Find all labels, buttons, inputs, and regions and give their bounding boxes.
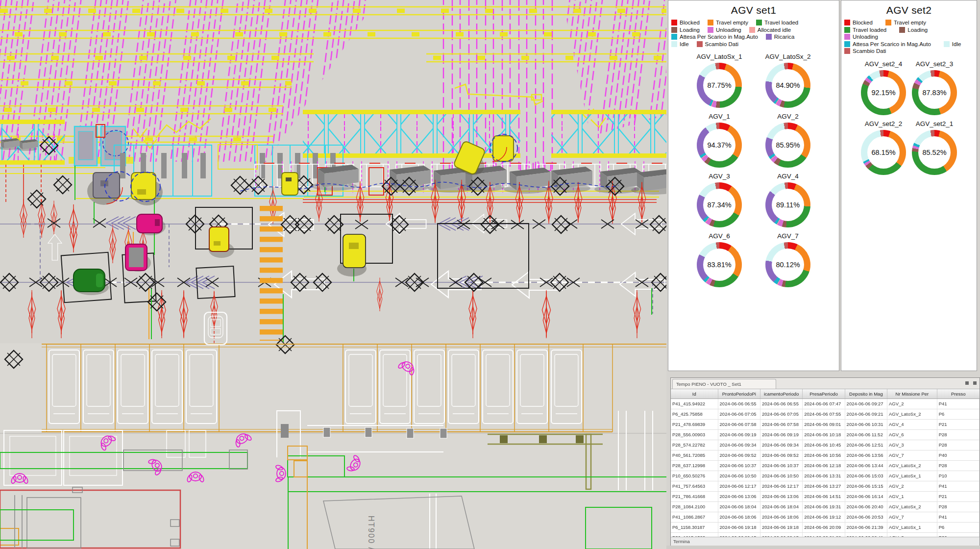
table-cell: P41 [937, 512, 980, 522]
table-column-header[interactable]: Nr Missione Per [887, 389, 937, 399]
table-cell: P28_574.22782 [671, 440, 718, 450]
donut-chart-AGV_set2_4: AGV_set2_492.15% [861, 60, 906, 115]
table-column-header[interactable]: Id [671, 389, 718, 399]
donut-ring: 83.81% [697, 242, 742, 287]
table-row[interactable]: P21_478.698392024-06-06 07:582024-06-06 … [671, 420, 980, 430]
table-row[interactable]: P28_637.129982024-06-06 10:372024-06-06 … [671, 461, 980, 471]
donut-grid-set2: AGV_set2_492.15%AGV_set2_387.83%AGV_set2… [841, 55, 977, 175]
donut-value-label: 87.34% [707, 201, 731, 209]
donut-hole: 68.15% [867, 136, 900, 169]
table-cell: P21 [937, 492, 980, 501]
donut-ring: 85.95% [765, 123, 810, 168]
table-column-header[interactable]: Presso [937, 389, 980, 399]
legend-swatch-icon [671, 27, 677, 33]
table-column-header[interactable]: Deposito in Mag [845, 389, 887, 399]
table-cell: P28_556.00903 [671, 430, 718, 440]
donut-value-label: 87.75% [707, 81, 731, 89]
bottom-edge-strip [666, 546, 980, 549]
window-control-icons[interactable] [965, 381, 977, 385]
table-cell: 2024-06-06 22:41 [845, 533, 887, 537]
table-cell: AGV_LatoSx_1 [887, 471, 937, 481]
table-row[interactable]: P28_1084.21002024-06-06 18:042024-06-06 … [671, 502, 980, 512]
legend-label: Attesa Per Scarico in Mag.Auto [853, 41, 931, 47]
donut-ring: 94.37% [697, 123, 742, 168]
table-header: IdProntoPeriodoPiicamentoPeriodoPresaPer… [671, 389, 980, 399]
table-row[interactable]: P28_574.227822024-06-06 09:342024-06-06 … [671, 440, 980, 450]
table-row[interactable]: P36_1215.15032024-06-06 20:152024-06-06 … [671, 533, 980, 537]
table-row[interactable]: P41_1086.28672024-06-06 18:062024-06-06 … [671, 512, 980, 523]
table-row[interactable]: P10_650.502762024-06-06 10:502024-06-06 … [671, 471, 980, 481]
table-cell: P28 [937, 430, 980, 440]
donut-ring: 87.34% [697, 182, 742, 227]
legend-item-attesa: Attesa Per Scarico in Mag.Auto [671, 34, 758, 40]
legend-item-loading: Loading [671, 27, 700, 33]
donut-chart-AGV_set2_1: AGV_set2_185.52% [912, 120, 957, 175]
table-cell: 2024-06-06 12:18 [803, 461, 845, 471]
table-cell: 2024-06-06 13:56 [845, 450, 887, 460]
table-cell: AGV_3 [887, 533, 937, 537]
close-icon[interactable] [973, 381, 977, 385]
legend-item-travel_loaded: Travel loaded [756, 20, 798, 25]
legend-item-ricarica: Ricarica [766, 34, 795, 40]
panel-title: AGV set1 [668, 4, 839, 16]
donut-title: AGV_7 [777, 232, 799, 240]
table-cell: P28 [937, 502, 980, 512]
donut-value-label: 89.11% [776, 201, 800, 209]
donut-ring: 80.12% [765, 242, 810, 287]
table-cell: 2024-06-06 13:44 [845, 461, 887, 471]
legend-swatch-icon [844, 48, 850, 54]
building-label: HT900 / [367, 516, 375, 549]
table-cell: P40 [937, 450, 980, 460]
legend-label: Ricarica [774, 34, 795, 40]
table-cell: AGV_2 [887, 481, 937, 491]
table-body[interactable]: P41_415.949222024-06-06 06:552024-06-06 … [671, 399, 980, 537]
table-row[interactable]: P6_425.758582024-06-06 07:052024-06-06 0… [671, 409, 980, 420]
donut-ring: 89.11% [765, 182, 810, 227]
table-column-header[interactable]: PresaPeriodo [803, 389, 845, 399]
legend-label: Loading [907, 27, 928, 33]
table-cell: 2024-06-06 20:53 [845, 512, 887, 522]
legend-swatch-icon [749, 27, 755, 33]
donut-title: AGV_6 [709, 232, 730, 240]
table-row[interactable]: P6_1158.301872024-06-06 19:182024-06-06 … [671, 523, 980, 533]
legend-item-unloading: Unloading [844, 34, 878, 40]
table-column-header[interactable]: ProntoPeriodoPi [718, 389, 760, 399]
crosswalk [260, 201, 283, 341]
table-cell: 2024-06-06 20:15 [760, 533, 803, 537]
table-titlebar[interactable]: Tempo PIENO - VUOTO _ Set1 [671, 378, 980, 389]
donut-hole: 85.52% [918, 136, 951, 169]
donut-title: AGV_LatoSx_2 [765, 53, 810, 60]
donut-value-label: 87.83% [922, 89, 946, 97]
table-cell: 2024-06-06 09:19 [718, 430, 760, 440]
legend-item-scambio: Scambio Dati [697, 41, 738, 47]
table-cell: 2024-06-06 15:15 [845, 481, 887, 491]
donut-value-label: 84.90% [776, 81, 800, 89]
table-cell: 2024-06-06 09:01 [803, 420, 845, 429]
table-cell: 2024-06-06 21:08 [803, 533, 845, 537]
minimize-icon[interactable] [965, 381, 969, 385]
table-cell: 2024-06-06 13:31 [803, 471, 845, 481]
donut-title: AGV_set2_1 [916, 120, 954, 127]
table-cell: 2024-06-06 13:27 [803, 481, 845, 491]
table-row[interactable]: P28_556.009032024-06-06 09:192024-06-06 … [671, 430, 980, 440]
table-cell: 2024-06-06 18:04 [760, 502, 803, 512]
legend-label: Travel empty [716, 20, 748, 25]
donut-chart-AGV_6: AGV_683.81% [697, 232, 742, 287]
table-cell: 2024-06-06 10:37 [718, 461, 760, 471]
legend-item-loading: Loading [899, 27, 928, 33]
donut-hole: 87.75% [703, 69, 735, 101]
table-column-header[interactable]: icamentoPeriodo [760, 389, 803, 399]
legend-item-travel_loaded: Travel loaded [844, 27, 886, 33]
table-cell: 2024-06-06 14:51 [803, 492, 845, 501]
table-cell: P41_415.94922 [671, 399, 718, 409]
table-row[interactable]: P41_415.949222024-06-06 06:552024-06-06 … [671, 399, 980, 409]
table-row[interactable]: P21_786.416682024-06-06 13:062024-06-06 … [671, 492, 980, 502]
table-cell: AGV_4 [887, 420, 937, 429]
table-row[interactable]: P40_561.720852024-06-06 09:522024-06-06 … [671, 450, 980, 461]
table-row[interactable]: P41_757.645632024-06-06 12:172024-06-06 … [671, 481, 980, 492]
legend-item-idle: Idle [944, 41, 961, 47]
table-status-bar: Termina [671, 537, 980, 546]
legend-item-unloading: Unloading [708, 27, 741, 33]
table-window-title[interactable]: Tempo PIENO - VUOTO _ Set1 [672, 379, 776, 389]
legend-item-travel_empty: Travel empty [708, 20, 748, 25]
